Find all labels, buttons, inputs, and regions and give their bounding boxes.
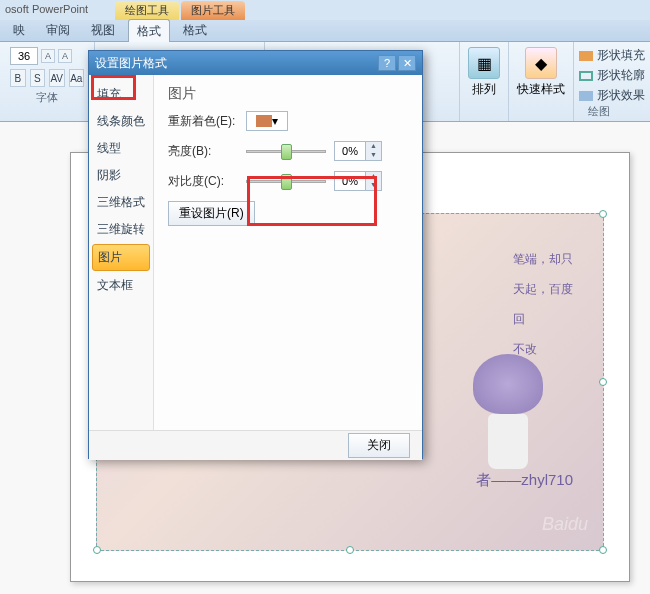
spacing-button[interactable]: AV	[49, 69, 65, 87]
resize-handle[interactable]	[346, 546, 354, 554]
ribbon-tab-view[interactable]: 视图	[83, 19, 123, 42]
nav-shadow[interactable]: 阴影	[89, 162, 153, 189]
arrange-group: ▦ 排列	[459, 42, 508, 121]
nav-3d-format[interactable]: 三维格式	[89, 189, 153, 216]
dialog-help-button[interactable]: ?	[378, 55, 396, 71]
dialog-nav: 填充 线条颜色 线型 阴影 三维格式 三维旋转 图片 文本框	[89, 75, 154, 430]
resize-handle[interactable]	[93, 546, 101, 554]
reset-picture-button[interactable]: 重设图片(R)	[168, 201, 255, 226]
tab-drawing-tools[interactable]: 绘图工具	[115, 1, 179, 20]
font-size-input[interactable]: 36	[10, 47, 38, 65]
tab-picture-tools[interactable]: 图片工具	[181, 1, 245, 20]
decorative-vase	[473, 354, 543, 474]
brightness-value[interactable]	[335, 142, 365, 160]
dialog-titlebar[interactable]: 设置图片格式 ? ✕	[89, 51, 422, 75]
ribbon-tab-review[interactable]: 审阅	[38, 19, 78, 42]
quickstyle-icon[interactable]: ◆	[525, 47, 557, 79]
dialog-title: 设置图片格式	[95, 55, 167, 72]
quickstyle-label: 快速样式	[517, 81, 565, 98]
strike-button[interactable]: S	[30, 69, 46, 87]
font-group-label: 字体	[10, 90, 84, 105]
arrange-icon[interactable]: ▦	[468, 47, 500, 79]
resize-handle[interactable]	[599, 378, 607, 386]
ribbon-tab-format2[interactable]: 格式	[175, 19, 215, 42]
bold-button[interactable]: B	[10, 69, 26, 87]
nav-3d-rotation[interactable]: 三维旋转	[89, 216, 153, 243]
contrast-label: 对比度(C):	[168, 173, 238, 190]
drawing-group-label: 绘图	[588, 104, 610, 119]
ribbon-tab[interactable]: 映	[5, 19, 33, 42]
nav-fill[interactable]: 填充	[89, 81, 153, 108]
nav-picture[interactable]: 图片	[92, 244, 150, 271]
ribbon-tabs: 映 审阅 视图 格式 格式	[0, 20, 650, 42]
brightness-label: 亮度(B):	[168, 143, 238, 160]
spin-up-icon[interactable]: ▲	[365, 142, 381, 151]
product-name: osoft PowerPoint	[5, 3, 88, 15]
quickstyle-group: ◆ 快速样式	[508, 42, 573, 121]
brightness-spinner[interactable]: ▲▼	[334, 141, 382, 161]
author-text: 者——zhyl710	[476, 471, 573, 490]
nav-line-color[interactable]: 线条颜色	[89, 108, 153, 135]
recolor-dropdown[interactable]: ▾	[246, 111, 288, 131]
format-picture-dialog: 设置图片格式 ? ✕ 填充 线条颜色 线型 阴影 三维格式 三维旋转 图片 文本…	[88, 50, 423, 459]
contrast-value[interactable]	[335, 172, 365, 190]
shape-effects-menu[interactable]: 形状效果	[579, 87, 645, 104]
shape-outline-menu[interactable]: 形状轮廓	[579, 67, 645, 84]
resize-handle[interactable]	[599, 546, 607, 554]
shape-styles-group: 形状填充 形状轮廓 形状效果	[573, 42, 650, 121]
resize-handle[interactable]	[599, 210, 607, 218]
recolor-label: 重新着色(E):	[168, 113, 238, 130]
spin-up-icon[interactable]: ▲	[365, 172, 381, 181]
dialog-footer: 关闭	[89, 430, 422, 460]
dialog-close-button[interactable]: ✕	[398, 55, 416, 71]
arrange-label: 排列	[472, 81, 496, 98]
contrast-spinner[interactable]: ▲▼	[334, 171, 382, 191]
spin-down-icon[interactable]: ▼	[365, 151, 381, 160]
case-button[interactable]: Aa	[69, 69, 85, 87]
shape-fill-menu[interactable]: 形状填充	[579, 47, 645, 64]
nav-line-style[interactable]: 线型	[89, 135, 153, 162]
ribbon-tab-format[interactable]: 格式	[128, 19, 170, 43]
grow-font-icon[interactable]: A	[41, 49, 55, 63]
section-heading: 图片	[168, 85, 408, 103]
watermark: Baidu	[542, 514, 588, 535]
spin-down-icon[interactable]: ▼	[365, 181, 381, 190]
brightness-slider[interactable]	[246, 142, 326, 160]
slide-text: 笔端，却只天起，百度 回不改	[513, 244, 573, 364]
nav-textbox[interactable]: 文本框	[89, 272, 153, 299]
font-group: 36 A A B S AV Aa 字体	[0, 42, 95, 121]
close-button[interactable]: 关闭	[348, 433, 410, 458]
contextual-tabs: 绘图工具 图片工具	[0, 0, 650, 20]
dialog-content: 图片 重新着色(E): ▾ 亮度(B): ▲▼ 对比度(C): ▲▼	[154, 75, 422, 430]
contrast-slider[interactable]	[246, 172, 326, 190]
shrink-font-icon[interactable]: A	[58, 49, 72, 63]
